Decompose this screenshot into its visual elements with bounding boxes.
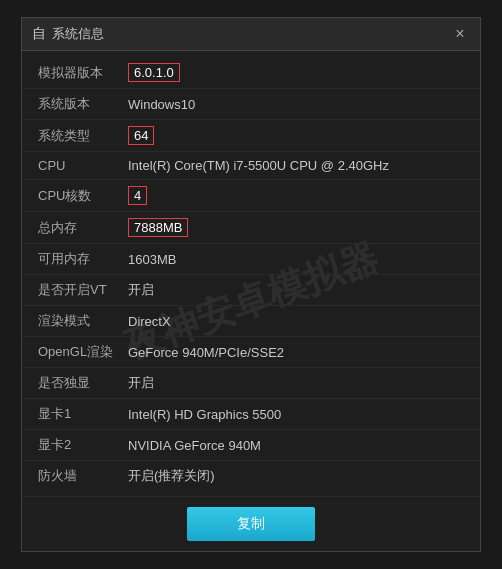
copy-button[interactable]: 复制: [187, 507, 315, 541]
row-value: Intel(R) HD Graphics 5500: [128, 407, 464, 422]
row-label: CPU核数: [38, 187, 128, 205]
table-row: 模拟器版本6.0.1.0: [22, 57, 480, 89]
row-label: 系统版本: [38, 95, 128, 113]
table-row: CPUIntel(R) Core(TM) i7-5500U CPU @ 2.40…: [22, 152, 480, 180]
row-value: NVIDIA GeForce 940M: [128, 438, 464, 453]
system-info-window: 自 系统信息 × 夜神安卓模拟器 模拟器版本6.0.1.0系统版本Windows…: [21, 17, 481, 552]
table-row: 系统类型64: [22, 120, 480, 152]
row-label: 模拟器版本: [38, 64, 128, 82]
content-area: 夜神安卓模拟器 模拟器版本6.0.1.0系统版本Windows10系统类型64C…: [22, 51, 480, 551]
row-value: 64: [128, 126, 464, 145]
row-value: 开启: [128, 281, 464, 299]
table-row: 是否独显开启: [22, 368, 480, 399]
row-label: 显卡2: [38, 436, 128, 454]
table-row: 显卡1Intel(R) HD Graphics 5500: [22, 399, 480, 430]
row-label: 总内存: [38, 219, 128, 237]
row-value: GeForce 940M/PCIe/SSE2: [128, 345, 464, 360]
row-label: CPU: [38, 158, 128, 173]
titlebar: 自 系统信息 ×: [22, 18, 480, 51]
table-row: 显卡2NVIDIA GeForce 940M: [22, 430, 480, 461]
close-button[interactable]: ×: [450, 24, 470, 44]
table-row: 总内存7888MB: [22, 212, 480, 244]
row-value: 开启: [128, 374, 464, 392]
footer: 复制: [22, 496, 480, 551]
row-value: Intel(R) Core(TM) i7-5500U CPU @ 2.40GHz: [128, 158, 464, 173]
highlighted-value: 6.0.1.0: [128, 63, 180, 82]
row-label: 系统类型: [38, 127, 128, 145]
row-value: Windows10: [128, 97, 464, 112]
row-label: 是否独显: [38, 374, 128, 392]
row-label: 防火墙: [38, 467, 128, 485]
row-label: 可用内存: [38, 250, 128, 268]
table-row: 系统版本Windows10: [22, 89, 480, 120]
row-label: OpenGL渲染: [38, 343, 128, 361]
table-row: 可用内存1603MB: [22, 244, 480, 275]
table-row: 是否开启VT开启: [22, 275, 480, 306]
row-value: 4: [128, 186, 464, 205]
table-row: CPU核数4: [22, 180, 480, 212]
row-label: 是否开启VT: [38, 281, 128, 299]
row-value: DirectX: [128, 314, 464, 329]
highlighted-value: 4: [128, 186, 147, 205]
row-value: 6.0.1.0: [128, 63, 464, 82]
row-value: 1603MB: [128, 252, 464, 267]
title-icon: 自: [32, 25, 46, 43]
row-label: 显卡1: [38, 405, 128, 423]
highlighted-value: 64: [128, 126, 154, 145]
highlighted-value: 7888MB: [128, 218, 188, 237]
table-row: OpenGL渲染GeForce 940M/PCIe/SSE2: [22, 337, 480, 368]
titlebar-left: 自 系统信息: [32, 25, 104, 43]
window-title: 系统信息: [52, 25, 104, 43]
row-value: 7888MB: [128, 218, 464, 237]
row-value: 开启(推荐关闭): [128, 467, 464, 485]
row-label: 渲染模式: [38, 312, 128, 330]
table-row: 渲染模式DirectX: [22, 306, 480, 337]
table-row: 防火墙开启(推荐关闭): [22, 461, 480, 491]
info-rows: 模拟器版本6.0.1.0系统版本Windows10系统类型64CPUIntel(…: [22, 57, 480, 491]
